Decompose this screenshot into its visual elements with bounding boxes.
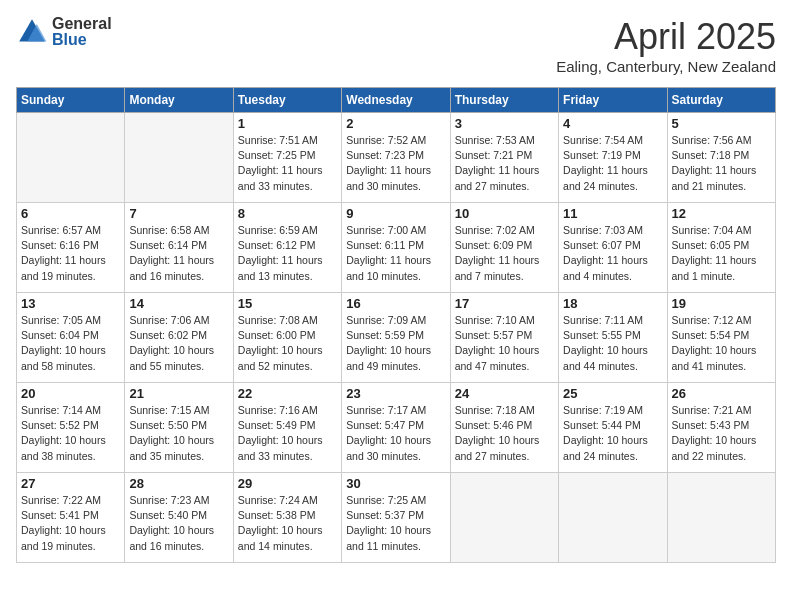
weekday-header: Tuesday xyxy=(233,88,341,113)
calendar-day-cell: 9Sunrise: 7:00 AMSunset: 6:11 PMDaylight… xyxy=(342,203,450,293)
weekday-header: Friday xyxy=(559,88,667,113)
calendar-day-cell xyxy=(667,473,775,563)
weekday-header: Sunday xyxy=(17,88,125,113)
calendar-day-cell: 28Sunrise: 7:23 AMSunset: 5:40 PMDayligh… xyxy=(125,473,233,563)
calendar-day-cell: 22Sunrise: 7:16 AMSunset: 5:49 PMDayligh… xyxy=(233,383,341,473)
weekday-header-row: SundayMondayTuesdayWednesdayThursdayFrid… xyxy=(17,88,776,113)
calendar-day-cell: 8Sunrise: 6:59 AMSunset: 6:12 PMDaylight… xyxy=(233,203,341,293)
calendar-day-cell: 10Sunrise: 7:02 AMSunset: 6:09 PMDayligh… xyxy=(450,203,558,293)
calendar-day-cell: 16Sunrise: 7:09 AMSunset: 5:59 PMDayligh… xyxy=(342,293,450,383)
location-text: Ealing, Canterbury, New Zealand xyxy=(556,58,776,75)
calendar-day-cell: 21Sunrise: 7:15 AMSunset: 5:50 PMDayligh… xyxy=(125,383,233,473)
day-info: Sunrise: 7:56 AMSunset: 7:18 PMDaylight:… xyxy=(672,133,771,194)
day-info: Sunrise: 7:05 AMSunset: 6:04 PMDaylight:… xyxy=(21,313,120,374)
day-number: 4 xyxy=(563,116,662,131)
calendar-day-cell: 25Sunrise: 7:19 AMSunset: 5:44 PMDayligh… xyxy=(559,383,667,473)
logo-general-text: General xyxy=(52,16,112,32)
calendar-day-cell: 26Sunrise: 7:21 AMSunset: 5:43 PMDayligh… xyxy=(667,383,775,473)
day-number: 18 xyxy=(563,296,662,311)
day-number: 30 xyxy=(346,476,445,491)
day-info: Sunrise: 6:57 AMSunset: 6:16 PMDaylight:… xyxy=(21,223,120,284)
day-number: 17 xyxy=(455,296,554,311)
calendar-table: SundayMondayTuesdayWednesdayThursdayFrid… xyxy=(16,87,776,563)
day-info: Sunrise: 7:52 AMSunset: 7:23 PMDaylight:… xyxy=(346,133,445,194)
day-info: Sunrise: 7:17 AMSunset: 5:47 PMDaylight:… xyxy=(346,403,445,464)
day-info: Sunrise: 7:02 AMSunset: 6:09 PMDaylight:… xyxy=(455,223,554,284)
calendar-day-cell: 30Sunrise: 7:25 AMSunset: 5:37 PMDayligh… xyxy=(342,473,450,563)
day-info: Sunrise: 6:58 AMSunset: 6:14 PMDaylight:… xyxy=(129,223,228,284)
day-number: 21 xyxy=(129,386,228,401)
day-info: Sunrise: 7:09 AMSunset: 5:59 PMDaylight:… xyxy=(346,313,445,374)
title-block: April 2025 Ealing, Canterbury, New Zeala… xyxy=(556,16,776,75)
calendar-day-cell: 20Sunrise: 7:14 AMSunset: 5:52 PMDayligh… xyxy=(17,383,125,473)
calendar-day-cell: 1Sunrise: 7:51 AMSunset: 7:25 PMDaylight… xyxy=(233,113,341,203)
logo: General Blue xyxy=(16,16,112,48)
day-number: 22 xyxy=(238,386,337,401)
calendar-day-cell: 3Sunrise: 7:53 AMSunset: 7:21 PMDaylight… xyxy=(450,113,558,203)
day-info: Sunrise: 7:51 AMSunset: 7:25 PMDaylight:… xyxy=(238,133,337,194)
day-info: Sunrise: 7:22 AMSunset: 5:41 PMDaylight:… xyxy=(21,493,120,554)
day-number: 14 xyxy=(129,296,228,311)
day-number: 13 xyxy=(21,296,120,311)
calendar-day-cell xyxy=(450,473,558,563)
day-number: 24 xyxy=(455,386,554,401)
day-number: 5 xyxy=(672,116,771,131)
calendar-week-row: 20Sunrise: 7:14 AMSunset: 5:52 PMDayligh… xyxy=(17,383,776,473)
day-number: 8 xyxy=(238,206,337,221)
month-title: April 2025 xyxy=(556,16,776,58)
logo-blue-text: Blue xyxy=(52,32,112,48)
logo-name: General Blue xyxy=(52,16,112,48)
day-info: Sunrise: 7:53 AMSunset: 7:21 PMDaylight:… xyxy=(455,133,554,194)
day-number: 6 xyxy=(21,206,120,221)
day-number: 26 xyxy=(672,386,771,401)
calendar-week-row: 13Sunrise: 7:05 AMSunset: 6:04 PMDayligh… xyxy=(17,293,776,383)
day-number: 25 xyxy=(563,386,662,401)
day-info: Sunrise: 7:54 AMSunset: 7:19 PMDaylight:… xyxy=(563,133,662,194)
calendar-day-cell: 23Sunrise: 7:17 AMSunset: 5:47 PMDayligh… xyxy=(342,383,450,473)
day-number: 3 xyxy=(455,116,554,131)
calendar-day-cell: 6Sunrise: 6:57 AMSunset: 6:16 PMDaylight… xyxy=(17,203,125,293)
day-info: Sunrise: 7:03 AMSunset: 6:07 PMDaylight:… xyxy=(563,223,662,284)
calendar-day-cell: 7Sunrise: 6:58 AMSunset: 6:14 PMDaylight… xyxy=(125,203,233,293)
day-number: 12 xyxy=(672,206,771,221)
day-number: 16 xyxy=(346,296,445,311)
weekday-header: Monday xyxy=(125,88,233,113)
calendar-day-cell: 5Sunrise: 7:56 AMSunset: 7:18 PMDaylight… xyxy=(667,113,775,203)
day-info: Sunrise: 7:21 AMSunset: 5:43 PMDaylight:… xyxy=(672,403,771,464)
day-number: 10 xyxy=(455,206,554,221)
day-info: Sunrise: 7:24 AMSunset: 5:38 PMDaylight:… xyxy=(238,493,337,554)
page-header: General Blue April 2025 Ealing, Canterbu… xyxy=(16,16,776,75)
calendar-day-cell: 12Sunrise: 7:04 AMSunset: 6:05 PMDayligh… xyxy=(667,203,775,293)
day-number: 20 xyxy=(21,386,120,401)
day-number: 9 xyxy=(346,206,445,221)
day-info: Sunrise: 7:25 AMSunset: 5:37 PMDaylight:… xyxy=(346,493,445,554)
day-number: 19 xyxy=(672,296,771,311)
calendar-day-cell: 24Sunrise: 7:18 AMSunset: 5:46 PMDayligh… xyxy=(450,383,558,473)
calendar-day-cell: 15Sunrise: 7:08 AMSunset: 6:00 PMDayligh… xyxy=(233,293,341,383)
day-info: Sunrise: 7:14 AMSunset: 5:52 PMDaylight:… xyxy=(21,403,120,464)
calendar-day-cell: 14Sunrise: 7:06 AMSunset: 6:02 PMDayligh… xyxy=(125,293,233,383)
weekday-header: Saturday xyxy=(667,88,775,113)
calendar-day-cell: 27Sunrise: 7:22 AMSunset: 5:41 PMDayligh… xyxy=(17,473,125,563)
calendar-day-cell: 13Sunrise: 7:05 AMSunset: 6:04 PMDayligh… xyxy=(17,293,125,383)
day-info: Sunrise: 7:23 AMSunset: 5:40 PMDaylight:… xyxy=(129,493,228,554)
calendar-week-row: 6Sunrise: 6:57 AMSunset: 6:16 PMDaylight… xyxy=(17,203,776,293)
day-info: Sunrise: 7:11 AMSunset: 5:55 PMDaylight:… xyxy=(563,313,662,374)
calendar-day-cell: 19Sunrise: 7:12 AMSunset: 5:54 PMDayligh… xyxy=(667,293,775,383)
calendar-day-cell xyxy=(125,113,233,203)
logo-icon xyxy=(16,16,48,48)
day-info: Sunrise: 7:06 AMSunset: 6:02 PMDaylight:… xyxy=(129,313,228,374)
day-number: 7 xyxy=(129,206,228,221)
day-number: 29 xyxy=(238,476,337,491)
day-info: Sunrise: 7:18 AMSunset: 5:46 PMDaylight:… xyxy=(455,403,554,464)
calendar-day-cell: 29Sunrise: 7:24 AMSunset: 5:38 PMDayligh… xyxy=(233,473,341,563)
calendar-day-cell: 18Sunrise: 7:11 AMSunset: 5:55 PMDayligh… xyxy=(559,293,667,383)
day-info: Sunrise: 7:00 AMSunset: 6:11 PMDaylight:… xyxy=(346,223,445,284)
calendar-day-cell: 4Sunrise: 7:54 AMSunset: 7:19 PMDaylight… xyxy=(559,113,667,203)
calendar-week-row: 27Sunrise: 7:22 AMSunset: 5:41 PMDayligh… xyxy=(17,473,776,563)
day-number: 23 xyxy=(346,386,445,401)
calendar-week-row: 1Sunrise: 7:51 AMSunset: 7:25 PMDaylight… xyxy=(17,113,776,203)
day-number: 15 xyxy=(238,296,337,311)
day-info: Sunrise: 7:08 AMSunset: 6:00 PMDaylight:… xyxy=(238,313,337,374)
day-info: Sunrise: 7:04 AMSunset: 6:05 PMDaylight:… xyxy=(672,223,771,284)
